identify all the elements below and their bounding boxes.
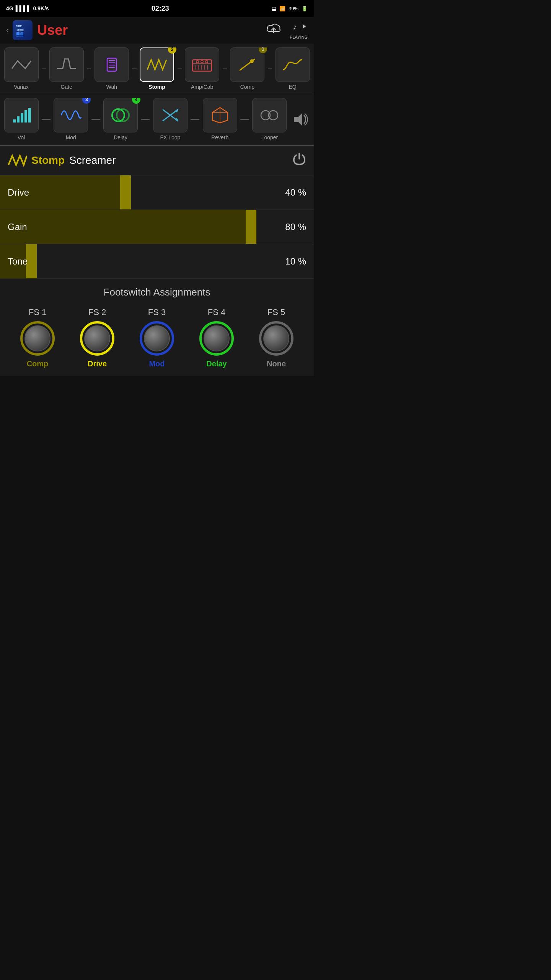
svg-rect-5 <box>20 36 23 37</box>
fs5-label: None <box>267 359 286 368</box>
gain-value: 80 % <box>285 222 306 232</box>
footswitch-title: Footswitch Assignments <box>8 286 306 298</box>
chain-box-comp[interactable]: 1 <box>230 47 264 82</box>
chain-connector <box>132 69 136 69</box>
chain-box-mod[interactable]: 3 <box>54 98 88 132</box>
chain-box-looper[interactable] <box>252 98 287 132</box>
svg-rect-28 <box>21 113 23 122</box>
delay-badge: 4 <box>132 98 140 104</box>
slider-row-gain[interactable]: Gain 80 % <box>0 210 314 244</box>
slider-row-drive[interactable]: Drive 40 % <box>0 175 314 210</box>
svg-point-23 <box>205 60 208 63</box>
chain-box-reverb[interactable] <box>203 98 237 132</box>
cloud-upload-icon[interactable] <box>267 23 280 38</box>
chain-box-variax[interactable] <box>4 47 39 82</box>
stomp-wave-icon <box>8 153 27 168</box>
output-speaker <box>290 110 311 129</box>
chain-item-comp[interactable]: 1 Comp <box>229 47 266 90</box>
gain-label: Gain <box>8 222 27 232</box>
svg-rect-27 <box>17 116 20 122</box>
chain-label-fxloop: FX Loop <box>160 134 180 140</box>
page-title: User <box>37 22 267 38</box>
fs4-item[interactable]: FS 4 Delay <box>199 307 234 368</box>
chain-item-stomp[interactable]: 2 Stomp <box>139 47 175 90</box>
mod-badge: 3 <box>82 98 91 104</box>
fs2-item[interactable]: FS 2 Drive <box>80 307 114 368</box>
drive-label: Drive <box>8 187 29 198</box>
power-button[interactable] <box>292 152 306 169</box>
chain-item-fxloop[interactable]: FX Loop <box>152 98 188 140</box>
chain-item-ampcab[interactable]: Amp/Cab <box>184 47 220 90</box>
svg-rect-30 <box>28 108 31 122</box>
chain-box-stomp[interactable]: 2 <box>140 47 174 82</box>
svg-point-21 <box>196 60 199 63</box>
chain-box-fxloop[interactable] <box>153 98 187 132</box>
stomp-badge: 2 <box>168 47 176 54</box>
footswitch-section: Footswitch Assignments FS 1 Comp FS 2 Dr… <box>0 279 314 376</box>
slider-row-tone[interactable]: Tone 10 % <box>0 244 314 279</box>
slider-section: Drive 40 % Gain 80 % Tone 10 % <box>0 175 314 279</box>
fs5-item[interactable]: FS 5 None <box>259 307 293 368</box>
fs2-number: FS 2 <box>88 307 106 317</box>
chain-box-wah[interactable] <box>95 47 129 82</box>
chain-row-2: Vol 3 Mod 4 Delay <box>3 98 311 140</box>
header: ‹ FIRE HAWK User ♪ PLAYI <box>0 17 314 44</box>
chain-label-comp: Comp <box>240 84 254 90</box>
fs5-number: FS 5 <box>267 307 285 317</box>
fs1-knob-inner <box>24 325 51 351</box>
chain-connector <box>268 69 272 69</box>
fs3-item[interactable]: FS 3 Mod <box>140 307 174 368</box>
fs5-knob-inner <box>263 325 289 351</box>
chain-label-looper: Looper <box>261 134 278 140</box>
chain-item-gate[interactable]: Gate <box>48 47 85 90</box>
playing-section[interactable]: ♪ PLAYING <box>290 21 308 39</box>
svg-point-22 <box>201 60 203 63</box>
chain-item-reverb[interactable]: Reverb <box>202 98 238 140</box>
chain-box-ampcab[interactable] <box>185 47 219 82</box>
header-actions: ♪ PLAYING <box>267 21 308 39</box>
chain-item-vol[interactable]: Vol <box>3 98 39 140</box>
battery-label: 39% <box>289 6 298 11</box>
chain-connector <box>42 119 51 120</box>
app-logo: FIRE HAWK <box>13 20 33 40</box>
fs3-knob[interactable] <box>140 321 174 356</box>
comp-badge: 1 <box>259 47 267 53</box>
chain-item-looper[interactable]: Looper <box>251 98 288 140</box>
chain-label-eq: EQ <box>289 84 296 90</box>
chain-label-gate: Gate <box>60 84 72 90</box>
fs2-knob-inner <box>84 325 110 351</box>
chain-item-wah[interactable]: Wah <box>93 47 130 90</box>
chain-box-delay[interactable]: 4 <box>103 98 138 132</box>
chain-label-delay: Delay <box>114 134 127 140</box>
chain-item-mod[interactable]: 3 Mod <box>53 98 89 140</box>
chain-label-mod: Mod <box>66 134 76 140</box>
chain-box-vol[interactable] <box>4 98 39 132</box>
fs3-number: FS 3 <box>148 307 166 317</box>
chain-item-delay[interactable]: 4 Delay <box>103 98 139 140</box>
stomp-header: Stomp Screamer <box>0 146 314 175</box>
fs2-label: Drive <box>88 359 107 368</box>
back-button[interactable]: ‹ <box>6 25 9 35</box>
chain-box-eq[interactable] <box>276 47 310 82</box>
chain-item-eq[interactable]: EQ <box>274 47 311 90</box>
svg-text:♪: ♪ <box>293 22 297 31</box>
bluetooth-icon: ⬓ <box>272 6 276 11</box>
network-label: 4G <box>6 5 13 11</box>
fs2-knob[interactable] <box>80 321 114 356</box>
speed-label: 0.9K/s <box>33 5 49 11</box>
svg-rect-26 <box>13 119 16 122</box>
chain-label-vol: Vol <box>18 134 25 140</box>
time-label: 02:23 <box>152 5 169 13</box>
fs1-item[interactable]: FS 1 Comp <box>20 307 55 368</box>
fs4-knob[interactable] <box>199 321 234 356</box>
chain-connector <box>191 119 199 120</box>
drive-value: 40 % <box>285 187 306 198</box>
svg-rect-3 <box>20 32 23 35</box>
fs4-number: FS 4 <box>208 307 225 317</box>
fs5-knob[interactable] <box>259 321 293 356</box>
chain-box-gate[interactable] <box>49 47 84 82</box>
fs1-knob[interactable] <box>20 321 55 356</box>
stomp-panel: Stomp Screamer Drive 40 % Gain 80 % <box>0 146 314 279</box>
chain-label-reverb: Reverb <box>211 134 228 140</box>
chain-item-variax[interactable]: Variax <box>3 47 39 90</box>
